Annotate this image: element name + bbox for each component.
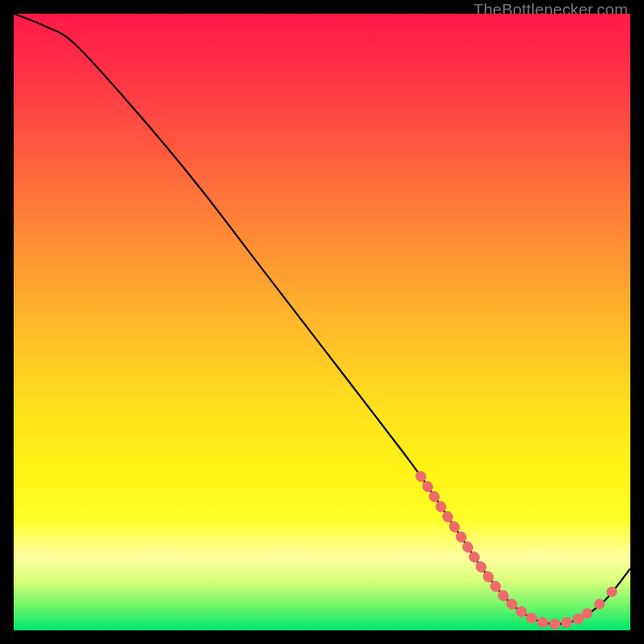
chart-stage: TheBottlenecker.com <box>0 0 644 644</box>
highlight-dot <box>607 587 617 597</box>
highlight-segment <box>421 477 581 625</box>
curve-svg <box>14 14 630 630</box>
highlight-dot <box>594 599 605 609</box>
bottleneck-curve <box>14 14 630 624</box>
plot-area <box>14 14 630 630</box>
highlight-dot <box>582 608 592 618</box>
